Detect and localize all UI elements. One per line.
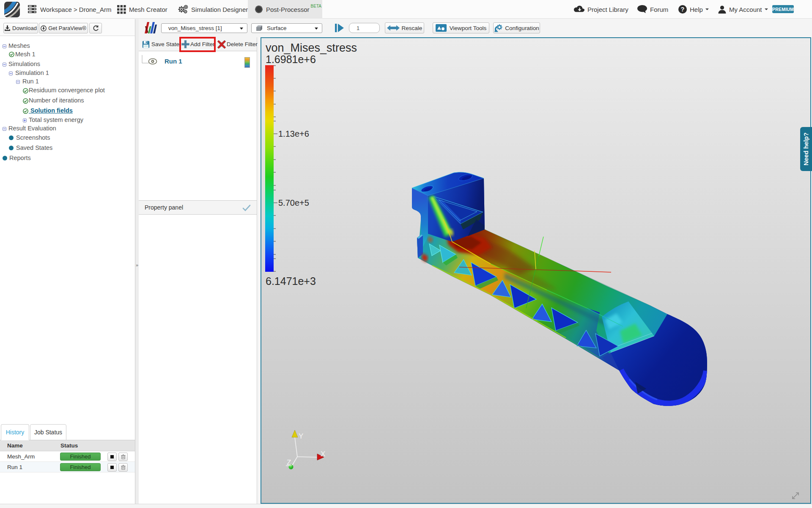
svg-text:?: ? [681, 6, 685, 13]
svg-text:Y: Y [299, 432, 303, 440]
svg-text:X: X [321, 450, 325, 458]
svg-text:Z: Z [287, 458, 291, 467]
